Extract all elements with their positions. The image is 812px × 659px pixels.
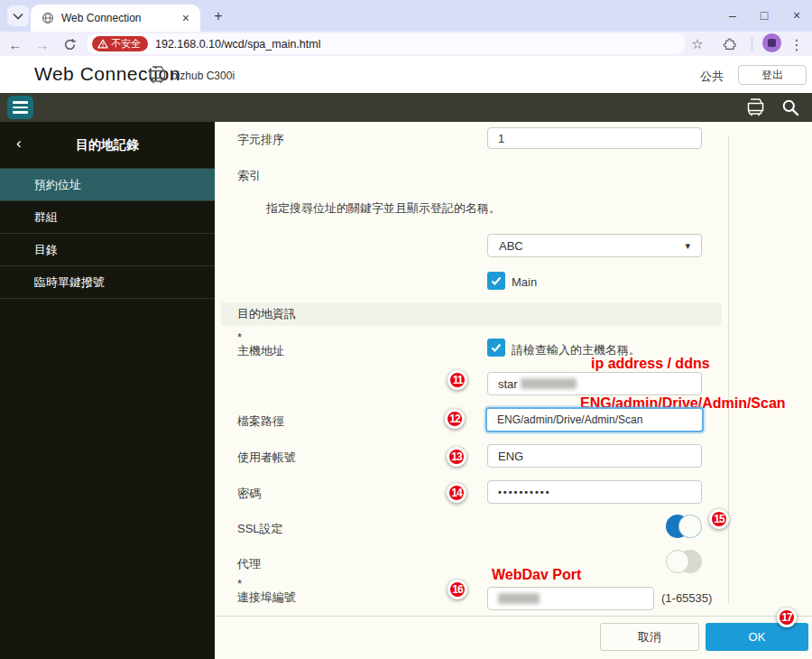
window-maximize-button[interactable]: □: [751, 3, 778, 28]
screen: Web Connection × + – □ × ← → 不安全 192.168…: [0, 0, 812, 659]
check-icon: [490, 274, 503, 287]
annotation-webdav-port: WebDav Port: [492, 567, 581, 583]
section-header: 目的地資訊: [221, 302, 722, 326]
index-description: 指定搜尋位址的關鍵字並且顯示登記的名稱。: [266, 200, 501, 217]
port-label: 連接埠編號: [237, 589, 296, 606]
proxy-label: 代理: [237, 556, 261, 572]
step-marker-12: 12: [445, 409, 465, 429]
caret-down-icon: ▾: [685, 240, 690, 252]
forward-icon[interactable]: →: [32, 34, 52, 54]
main-checkbox[interactable]: [487, 272, 505, 290]
window-close-button[interactable]: ×: [783, 3, 810, 28]
port-input[interactable]: [487, 587, 654, 610]
window-minimize-button[interactable]: –: [719, 3, 746, 28]
toolbar-divider: [752, 37, 752, 51]
ssl-toggle[interactable]: [666, 515, 702, 538]
url-text: 192.168.0.10/wcd/spa_main.html: [155, 38, 320, 51]
new-tab-button[interactable]: +: [209, 7, 227, 25]
host-required-mark: *: [237, 330, 242, 344]
device-status-icon[interactable]: [745, 97, 767, 117]
tab-search-button[interactable]: [7, 5, 29, 26]
browser-menu-icon[interactable]: ⋮: [787, 34, 807, 54]
ssl-label: SSL設定: [237, 521, 283, 537]
browser-tab-strip: Web Connection × + – □ ×: [0, 0, 812, 32]
user-account-input[interactable]: ENG: [487, 444, 702, 468]
step-marker-14: 14: [447, 483, 466, 503]
toggle-knob: [666, 550, 689, 573]
index-label: 索引: [237, 168, 261, 184]
index-select[interactable]: ABC ▾: [487, 234, 702, 257]
address-bar[interactable]: 不安全 192.168.0.10/wcd/spa_main.html: [87, 33, 686, 54]
search-icon[interactable]: [781, 98, 799, 116]
warning-icon: [97, 39, 108, 49]
globe-icon: [42, 12, 54, 24]
main-checkbox-label: Main: [512, 275, 537, 289]
menu-hamburger-button[interactable]: [7, 96, 33, 119]
bookmark-star-icon[interactable]: ☆: [687, 34, 707, 54]
password-label: 密碼: [237, 486, 261, 502]
reload-icon[interactable]: [60, 34, 79, 54]
redacted-text: [498, 593, 540, 604]
host-address-label: 主機地址: [237, 343, 284, 359]
tab-close-icon[interactable]: ×: [179, 11, 193, 25]
cancel-button[interactable]: 取消: [600, 623, 699, 651]
security-badge-label: 不安全: [111, 37, 141, 51]
proxy-toggle[interactable]: [666, 550, 702, 573]
host-check-checkbox[interactable]: [487, 339, 505, 357]
port-required-mark: *: [237, 577, 242, 590]
user-account-label: 使用者帳號: [237, 450, 296, 466]
ok-button[interactable]: OK: [706, 623, 808, 651]
redacted-text: [521, 378, 577, 389]
step-marker-16: 16: [448, 580, 467, 599]
sidebar-item-group[interactable]: 群組: [0, 201, 215, 234]
step-marker-17: 17: [777, 608, 797, 627]
index-select-value: ABC: [499, 239, 523, 253]
device-printer-icon: [147, 65, 169, 85]
toggle-knob: [678, 515, 702, 538]
sidebar-back-icon[interactable]: ‹: [16, 135, 22, 153]
user-mode-label: 公共: [700, 69, 724, 85]
logout-button[interactable]: 登出: [738, 65, 807, 85]
extensions-icon[interactable]: [720, 34, 740, 54]
device-name: bizhub C300i: [171, 70, 235, 82]
host-address-value: star: [498, 377, 518, 391]
file-path-input[interactable]: ENG/admin/Drive/Admin/Scan: [485, 407, 704, 432]
check-icon: [490, 341, 503, 354]
port-range-hint: (1-65535): [661, 591, 712, 605]
file-path-label: 檔案路徑: [237, 413, 284, 430]
sidebar-title: 目的地記錄: [76, 137, 139, 153]
step-marker-11: 11: [448, 370, 467, 390]
sidebar-header: ‹ 目的地記錄: [0, 122, 215, 169]
browser-tab[interactable]: Web Connection ×: [31, 5, 200, 32]
footer-divider: [215, 616, 812, 617]
annotation-ip-ddns: ip address / ddns: [591, 356, 710, 372]
sidebar-item-directory[interactable]: 目錄: [0, 234, 215, 266]
sidebar-item-address-book[interactable]: 預約位址: [0, 169, 215, 201]
char-sort-input[interactable]: 1: [487, 127, 702, 149]
sidebar-item-temp-onetouch[interactable]: 臨時單鍵撥號: [0, 266, 215, 299]
back-icon[interactable]: ←: [5, 34, 25, 54]
command-bar: [0, 93, 812, 122]
profile-avatar[interactable]: [762, 33, 781, 52]
chevron-down-icon: [13, 13, 23, 20]
sidebar: ‹ 目的地記錄 預約位址 群組 目錄 臨時單鍵撥號: [0, 122, 215, 659]
tab-title: Web Connection: [61, 12, 179, 24]
host-address-input[interactable]: star: [487, 372, 702, 395]
step-marker-15: 15: [709, 509, 729, 529]
password-input[interactable]: ••••••••••: [487, 480, 702, 504]
step-marker-13: 13: [447, 447, 466, 467]
security-badge[interactable]: 不安全: [92, 36, 148, 51]
avatar-glyph: [768, 39, 776, 47]
char-sort-label: 字元排序: [237, 132, 284, 148]
scrollbar-track[interactable]: [728, 135, 729, 603]
